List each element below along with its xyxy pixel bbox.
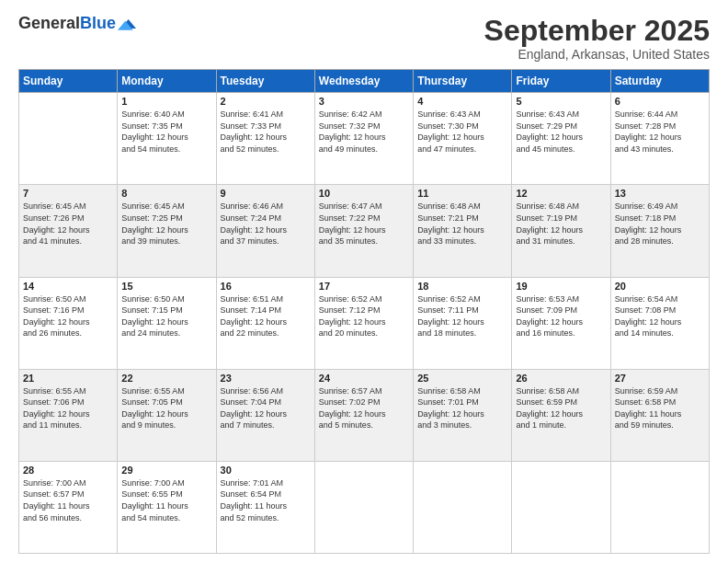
day-info: Sunrise: 6:57 AMSunset: 7:02 PMDaylight:… [319, 385, 409, 431]
table-row: 18Sunrise: 6:52 AMSunset: 7:11 PMDayligh… [414, 277, 512, 369]
calendar-week-row: 21Sunrise: 6:55 AMSunset: 7:06 PMDayligh… [19, 369, 710, 461]
calendar-week-row: 1Sunrise: 6:40 AMSunset: 7:35 PMDaylight… [19, 93, 710, 185]
day-number: 18 [417, 281, 507, 292]
day-info: Sunrise: 7:00 AMSunset: 6:57 PMDaylight:… [23, 477, 113, 523]
day-info: Sunrise: 6:45 AMSunset: 7:26 PMDaylight:… [23, 201, 113, 247]
table-row: 19Sunrise: 6:53 AMSunset: 7:09 PMDayligh… [512, 277, 610, 369]
table-row: 13Sunrise: 6:49 AMSunset: 7:18 PMDayligh… [610, 185, 709, 277]
day-info: Sunrise: 6:43 AMSunset: 7:29 PMDaylight:… [516, 109, 606, 155]
day-info: Sunrise: 6:53 AMSunset: 7:09 PMDaylight:… [516, 293, 606, 339]
header: GeneralBlue September 2025 England, Arka… [18, 15, 710, 62]
logo-icon [118, 17, 136, 30]
day-info: Sunrise: 6:43 AMSunset: 7:30 PMDaylight:… [417, 109, 507, 155]
col-monday: Monday [118, 70, 216, 93]
col-tuesday: Tuesday [216, 70, 314, 93]
page: GeneralBlue September 2025 England, Arka… [0, 0, 728, 563]
table-row: 17Sunrise: 6:52 AMSunset: 7:12 PMDayligh… [314, 277, 413, 369]
day-info: Sunrise: 6:48 AMSunset: 7:19 PMDaylight:… [516, 201, 606, 247]
day-number: 12 [516, 188, 606, 199]
day-number: 5 [516, 96, 606, 107]
day-info: Sunrise: 6:42 AMSunset: 7:32 PMDaylight:… [319, 109, 409, 155]
table-row: 29Sunrise: 7:00 AMSunset: 6:55 PMDayligh… [118, 461, 216, 553]
day-info: Sunrise: 7:01 AMSunset: 6:54 PMDaylight:… [221, 477, 311, 523]
day-number: 24 [319, 373, 409, 384]
col-friday: Friday [512, 70, 610, 93]
day-info: Sunrise: 6:56 AMSunset: 7:04 PMDaylight:… [221, 385, 311, 431]
day-info: Sunrise: 6:47 AMSunset: 7:22 PMDaylight:… [319, 201, 409, 247]
table-row: 12Sunrise: 6:48 AMSunset: 7:19 PMDayligh… [512, 185, 610, 277]
table-row: 15Sunrise: 6:50 AMSunset: 7:15 PMDayligh… [118, 277, 216, 369]
day-number: 15 [121, 281, 211, 292]
table-row: 23Sunrise: 6:56 AMSunset: 7:04 PMDayligh… [216, 369, 314, 461]
day-number: 7 [23, 188, 113, 199]
calendar-header-row: Sunday Monday Tuesday Wednesday Thursday… [19, 70, 710, 93]
day-number: 4 [417, 96, 507, 107]
day-number: 10 [319, 188, 409, 199]
calendar-table: Sunday Monday Tuesday Wednesday Thursday… [18, 69, 710, 554]
table-row: 26Sunrise: 6:58 AMSunset: 6:59 PMDayligh… [512, 369, 610, 461]
location-subtitle: England, Arkansas, United States [484, 47, 710, 62]
table-row: 7Sunrise: 6:45 AMSunset: 7:26 PMDaylight… [19, 185, 118, 277]
day-info: Sunrise: 6:45 AMSunset: 7:25 PMDaylight:… [121, 201, 211, 247]
table-row: 2Sunrise: 6:41 AMSunset: 7:33 PMDaylight… [216, 93, 314, 185]
table-row: 25Sunrise: 6:58 AMSunset: 7:01 PMDayligh… [414, 369, 512, 461]
day-number: 6 [615, 96, 705, 107]
calendar-week-row: 14Sunrise: 6:50 AMSunset: 7:16 PMDayligh… [19, 277, 710, 369]
table-row: 24Sunrise: 6:57 AMSunset: 7:02 PMDayligh… [314, 369, 413, 461]
col-sunday: Sunday [19, 70, 118, 93]
day-number: 3 [319, 96, 409, 107]
table-row: 30Sunrise: 7:01 AMSunset: 6:54 PMDayligh… [216, 461, 314, 553]
day-info: Sunrise: 6:48 AMSunset: 7:21 PMDaylight:… [417, 201, 507, 247]
table-row: 20Sunrise: 6:54 AMSunset: 7:08 PMDayligh… [610, 277, 709, 369]
table-row [512, 461, 610, 553]
day-number: 11 [417, 188, 507, 199]
day-number: 29 [121, 465, 211, 476]
day-info: Sunrise: 6:51 AMSunset: 7:14 PMDaylight:… [221, 293, 311, 339]
day-info: Sunrise: 6:58 AMSunset: 7:01 PMDaylight:… [417, 385, 507, 431]
day-number: 20 [615, 281, 705, 292]
day-number: 30 [221, 465, 311, 476]
logo-general: General [18, 14, 80, 32]
day-info: Sunrise: 6:55 AMSunset: 7:06 PMDaylight:… [23, 385, 113, 431]
calendar-week-row: 28Sunrise: 7:00 AMSunset: 6:57 PMDayligh… [19, 461, 710, 553]
logo-blue: Blue [80, 14, 116, 32]
table-row: 1Sunrise: 6:40 AMSunset: 7:35 PMDaylight… [118, 93, 216, 185]
table-row: 14Sunrise: 6:50 AMSunset: 7:16 PMDayligh… [19, 277, 118, 369]
table-row: 11Sunrise: 6:48 AMSunset: 7:21 PMDayligh… [414, 185, 512, 277]
month-title: September 2025 [484, 15, 710, 47]
table-row: 8Sunrise: 6:45 AMSunset: 7:25 PMDaylight… [118, 185, 216, 277]
table-row: 28Sunrise: 7:00 AMSunset: 6:57 PMDayligh… [19, 461, 118, 553]
day-info: Sunrise: 6:59 AMSunset: 6:58 PMDaylight:… [615, 385, 705, 431]
day-number: 2 [221, 96, 311, 107]
day-number: 13 [615, 188, 705, 199]
day-number: 22 [121, 373, 211, 384]
day-info: Sunrise: 6:44 AMSunset: 7:28 PMDaylight:… [615, 109, 705, 155]
table-row: 27Sunrise: 6:59 AMSunset: 6:58 PMDayligh… [610, 369, 709, 461]
day-number: 17 [319, 281, 409, 292]
col-saturday: Saturday [610, 70, 709, 93]
day-number: 28 [23, 465, 113, 476]
day-number: 25 [417, 373, 507, 384]
day-info: Sunrise: 7:00 AMSunset: 6:55 PMDaylight:… [121, 477, 211, 523]
logo-text: GeneralBlue [18, 15, 116, 33]
table-row [314, 461, 413, 553]
day-info: Sunrise: 6:50 AMSunset: 7:15 PMDaylight:… [121, 293, 211, 339]
day-info: Sunrise: 6:46 AMSunset: 7:24 PMDaylight:… [221, 201, 311, 247]
day-number: 26 [516, 373, 606, 384]
day-info: Sunrise: 6:55 AMSunset: 7:05 PMDaylight:… [121, 385, 211, 431]
day-info: Sunrise: 6:49 AMSunset: 7:18 PMDaylight:… [615, 201, 705, 247]
day-info: Sunrise: 6:54 AMSunset: 7:08 PMDaylight:… [615, 293, 705, 339]
table-row: 10Sunrise: 6:47 AMSunset: 7:22 PMDayligh… [314, 185, 413, 277]
table-row: 4Sunrise: 6:43 AMSunset: 7:30 PMDaylight… [414, 93, 512, 185]
day-number: 23 [221, 373, 311, 384]
day-info: Sunrise: 6:52 AMSunset: 7:12 PMDaylight:… [319, 293, 409, 339]
day-info: Sunrise: 6:50 AMSunset: 7:16 PMDaylight:… [23, 293, 113, 339]
day-number: 9 [221, 188, 311, 199]
day-info: Sunrise: 6:52 AMSunset: 7:11 PMDaylight:… [417, 293, 507, 339]
table-row [610, 461, 709, 553]
day-number: 16 [221, 281, 311, 292]
table-row: 9Sunrise: 6:46 AMSunset: 7:24 PMDaylight… [216, 185, 314, 277]
title-section: September 2025 England, Arkansas, United… [484, 15, 710, 62]
day-number: 21 [23, 373, 113, 384]
table-row [19, 93, 118, 185]
